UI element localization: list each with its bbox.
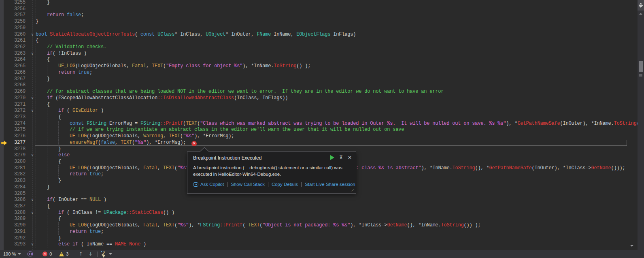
fold-collapse-icon[interactable]: ∨ [29,197,36,203]
line-number[interactable]: 3274 [7,121,26,127]
fold-collapse-icon[interactable]: ∨ [29,95,36,102]
code-line[interactable]: 3259 [0,25,637,32]
fold-collapse-icon[interactable]: ∨ [29,152,36,159]
line-number[interactable]: 3285 [7,191,26,197]
line-number[interactable]: 3264 [7,57,26,63]
line-number[interactable]: 3280 [7,159,26,165]
code-line[interactable]: 3270∨ if (FScopedAllowAbstractClassAlloc… [0,95,637,102]
code-line[interactable]: 3286∨ if( InOuter == NULL ) [0,197,637,203]
code-cleanup-button[interactable] [99,250,114,258]
code-line[interactable]: 3257 return false; [0,12,637,19]
code-line[interactable]: 3267 } [0,76,637,83]
line-number[interactable]: 3263 [7,51,26,57]
line-number[interactable]: 3267 [7,76,26,83]
code-line[interactable]: 3264 { [0,57,637,63]
fold-collapse-icon[interactable]: ∨ [29,108,36,114]
line-number[interactable]: 3283 [7,178,26,184]
line-number[interactable]: 3273 [7,114,26,121]
ask-copilot-link[interactable]: Ask Copilot [200,182,224,187]
copy-details-link[interactable]: Copy Details [272,182,298,187]
fold-collapse-icon[interactable]: ∨ [29,51,36,57]
scroll-up-arrow[interactable] [639,13,642,15]
next-issue-button[interactable]: ↓ [86,251,96,257]
code-line[interactable]: 3287 { [0,203,637,210]
code-line[interactable]: 3262 // Validation checks. [0,44,637,51]
line-number[interactable]: 3255 [7,0,26,6]
code-line[interactable]: 3290 UE_LOG(LogUObjectGlobals, Fatal, TE… [0,222,637,229]
code-line[interactable]: 3266 return true; [0,70,637,76]
code-line[interactable]: 3261{ [0,38,637,44]
code-line[interactable]: 3288∨ if ( InClass != UPackage::StaticCl… [0,210,637,216]
resize-grip[interactable]: ⋰ [351,188,355,192]
code-line[interactable]: 3276 UE_LOG(LogUObjectGlobals, Warning, … [0,133,637,140]
line-number[interactable]: 3259 [7,25,26,32]
code-line[interactable]: 3277 ensureMsgf(false, TEXT("%s"), *Erro… [0,140,637,146]
line-number[interactable]: 3284 [7,184,26,191]
code-line[interactable]: 3273 { [0,114,637,121]
line-number[interactable]: 3268 [7,82,26,89]
line-number[interactable]: 3260 [7,32,26,38]
code-line[interactable]: 3289 { [0,216,637,222]
line-number[interactable]: 3265 [7,63,26,70]
line-number[interactable]: 3279 [7,152,26,159]
scroll-down-arrow[interactable] [630,245,633,247]
line-number[interactable]: 3293 [7,241,26,248]
line-number[interactable]: 3282 [7,171,26,178]
code-line[interactable]: 3260∨bool StaticAllocateObjectErrorTests… [0,32,637,38]
split-editor-handle[interactable] [638,0,644,11]
line-number[interactable]: 3291 [7,229,26,235]
code-line[interactable]: 3271 { [0,102,637,108]
line-number[interactable]: 3290 [7,222,26,229]
line-number[interactable]: 3286 [7,197,26,203]
zoom-control[interactable]: 100 % [0,250,23,258]
code-line[interactable]: 3256 [0,6,637,13]
show-call-stack-link[interactable]: Show Call Stack [231,182,265,187]
code-line[interactable]: 3274 const FString ErrorMsg = FString::P… [0,121,637,127]
line-number[interactable]: 3277 [7,140,26,146]
close-icon[interactable]: ✕ [348,155,352,160]
line-number[interactable]: 3270 [7,95,26,102]
line-number[interactable]: 3288 [7,210,26,216]
code-line[interactable]: 3291 return true; [0,229,637,235]
code-line[interactable]: 3275 // if we are trying instantiate an … [0,127,637,133]
fold-collapse-icon[interactable]: ∨ [29,210,36,216]
code-line[interactable]: 3268 [0,82,637,89]
line-number[interactable]: 3275 [7,127,26,133]
code-area[interactable]: 3255 }32563257 return false;3258}3259326… [0,0,637,250]
line-number[interactable]: 3262 [7,44,26,51]
line-number[interactable]: 3276 [7,133,26,140]
pin-icon[interactable]: ⊼ [339,155,343,160]
vertical-scrollbar-thumb[interactable] [639,61,643,72]
breakpoint-error-icon[interactable]: ✕ [191,141,197,146]
error-indicator[interactable]: ✕ 0 [41,250,53,258]
line-number[interactable]: 3257 [7,12,26,19]
line-number[interactable]: 3278 [7,146,26,153]
code-line[interactable]: 3263∨ if( !InClass ) [0,51,637,57]
line-number[interactable]: 3266 [7,70,26,76]
code-line[interactable]: 3255 } [0,0,637,6]
line-number[interactable]: 3256 [7,6,26,13]
previous-issue-button[interactable]: ↑ [76,251,85,257]
line-number[interactable]: 3269 [7,89,26,95]
code-line[interactable]: 3292 } [0,235,637,242]
fold-collapse-icon[interactable]: ∨ [29,32,36,38]
warning-indicator[interactable]: 3 [57,250,70,258]
vertical-scrollbar[interactable] [638,0,644,250]
copilot-status[interactable] [26,250,34,258]
line-number[interactable]: 3261 [7,38,26,44]
line-number[interactable]: 3272 [7,108,26,114]
start-live-share-link[interactable]: Start Live Share session [305,182,355,187]
code-line[interactable]: 3269 // for abstract classes that are be… [0,89,637,95]
continue-execution-icon[interactable] [330,155,334,160]
code-line[interactable]: 3272∨ if ( GIsEditor ) [0,108,637,114]
code-line[interactable]: 3258} [0,19,637,25]
line-number[interactable]: 3281 [7,165,26,172]
code-line[interactable]: 3265 UE_LOG(LogUObjectGlobals, Fatal, TE… [0,63,637,70]
fold-collapse-icon[interactable]: ∨ [29,241,36,248]
code-editor[interactable]: 3255 }32563257 return false;3258}3259326… [0,0,644,250]
line-number[interactable]: 3271 [7,102,26,108]
code-line[interactable]: 3293∨ else if ( InName == NAME_None ) [0,241,637,248]
line-number[interactable]: 3287 [7,203,26,210]
line-number[interactable]: 3258 [7,19,26,25]
line-number[interactable]: 3289 [7,216,26,222]
